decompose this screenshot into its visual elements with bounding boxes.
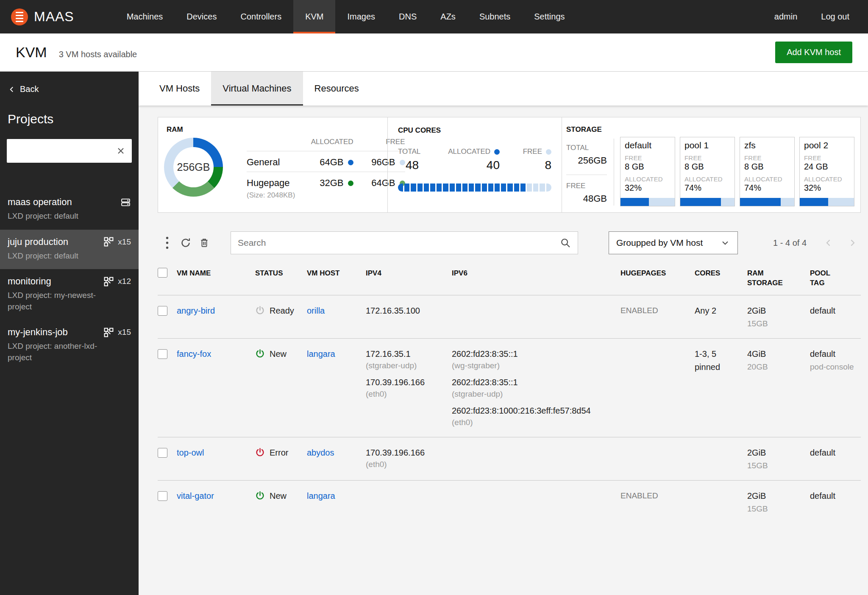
vm-search-input[interactable] [238,238,560,248]
tabs: VM HostsVirtual MachinesResources [139,72,868,106]
project-name: maas operation [8,197,116,208]
nav-item-subnets[interactable]: Subnets [467,0,522,33]
table-row-top-owl: top-owlErrorabydos170.39.196.166(eth0)2G… [158,437,861,481]
delete-button[interactable] [195,234,214,252]
ipv6-cell [452,491,620,514]
ram-legend-row: General64GB96GB [247,151,405,172]
ipv4-entry: 172.16.35.1(stgraber-udp) [366,349,452,370]
maas-logo[interactable]: MAAS [0,0,115,33]
pool-tag-cell: defaultpod-console [810,349,862,427]
status-label: New [270,491,287,501]
ram-legend-row: Hugepage32GB64GB(Size: 2048KB) [247,172,405,203]
add-kvm-host-button[interactable]: Add KVM host [775,42,852,63]
ipv4-list: 172.16.35.1(stgraber-udp)170.39.196.166(… [366,349,452,399]
pagination-count: 1 - 4 of 4 [773,238,807,248]
nav-item-kvm[interactable]: KVM [293,0,335,33]
tab-resources[interactable]: Resources [303,72,370,106]
cpu-core-segment [430,184,435,192]
column-header-cores: CORES [695,269,747,288]
nav-item-log-out[interactable]: Log out [809,0,861,33]
vm-name-link[interactable]: angry-bird [177,306,215,315]
refresh-button[interactable] [176,234,195,252]
cpu-core-segment [533,184,538,192]
actions-menu-button[interactable] [158,234,176,252]
project-name: my-jenkins-job [8,327,99,338]
row-checkbox[interactable] [158,306,167,316]
storage-value: 15GB [747,461,810,470]
tab-vm-hosts[interactable]: VM Hosts [148,72,211,106]
search-icon[interactable] [560,237,571,248]
pool-name: pool 2 [804,140,850,150]
nav-item-admin[interactable]: admin [762,0,809,33]
row-checkbox[interactable] [158,448,167,458]
main-nav: MachinesDevicesControllersKVMImagesDNSAZ… [115,0,577,33]
clear-search-icon[interactable] [116,146,126,156]
sidebar-project-maas-operation[interactable]: maas operationLXD project: default [0,190,139,230]
vm-host-cell: abydos [307,448,366,470]
sidebar-project-juju-production[interactable]: juju productionx15LXD project: default [0,230,139,270]
ram-total-value: 256GB [164,138,223,197]
select-all-checkbox[interactable] [158,268,167,278]
cores-cell [695,491,747,514]
interface-name: (wg-stgraber) [452,361,620,370]
top-nav: MAAS MachinesDevicesControllersKVMImages… [0,0,868,33]
storage-card: STORAGE TOTAL 256GB FREE 48GB defaultFRE… [562,117,860,212]
pool-usage-bar [620,198,675,206]
nav-item-dns[interactable]: DNS [387,0,428,33]
vm-host-link[interactable]: abydos [307,448,334,457]
cpu-core-segment [443,184,448,192]
pool-tag-cell: default [810,491,862,514]
cores-value: 1-3, 5 [695,349,747,359]
vm-name-link[interactable]: fancy-fox [177,349,211,359]
row-checkbox[interactable] [158,349,167,359]
tab-virtual-machines[interactable]: Virtual Machines [211,72,303,106]
vm-host-link[interactable]: orilla [307,306,325,315]
nav-item-machines[interactable]: Machines [115,0,175,33]
power-icon [255,349,265,359]
ipv6-entry: 2602:fd23:8:1000:216:3eff:fe57:8d54(eth0… [452,406,620,427]
nav-item-devices[interactable]: Devices [175,0,228,33]
cpu-core-segment [475,184,480,192]
sidebar-project-monitoring[interactable]: monitoringx12LXD project: my-newest-proj… [0,269,139,320]
ipv4-entry: 170.39.196.166(eth0) [366,448,452,469]
pool-allocated-value: 32% [804,183,850,193]
row-checkbox[interactable] [158,491,167,501]
nav-item-controllers[interactable]: Controllers [228,0,293,33]
group-by-value: Groupped by VM host [616,238,703,248]
vm-host-cell: langara [307,491,366,514]
project-search [7,139,132,163]
cpu-cores-bar [398,184,551,192]
back-link[interactable]: Back [0,84,139,94]
checkbox-cell [158,448,177,470]
cpu-core-segment [501,184,506,192]
vm-name-link[interactable]: vital-gator [177,491,214,500]
column-header-ipv6: IPV6 [452,269,620,288]
cpu-card: CPU CORES TOTAL ALLOCATED FREE 48 40 8 [387,117,562,212]
main-content: VM HostsVirtual MachinesResources RAM 25… [139,72,868,595]
pool-allocated-label: ALLOCATED [744,175,790,183]
ram-legend: ALLOCATED FREE General64GB96GBHugepage32… [247,138,405,203]
pool-tag-cell: default [810,306,862,328]
project-search-input[interactable] [13,146,116,156]
vm-host-link[interactable]: langara [307,491,335,500]
pagination-next-button[interactable] [844,238,861,248]
pool-free-value: 24 GB [804,162,850,172]
pool-allocated-value: 74% [684,183,730,193]
pool-free-label: FREE [625,154,670,161]
nav-item-azs[interactable]: AZs [428,0,467,33]
cpu-core-segment [411,184,416,192]
vm-name-link[interactable]: top-owl [177,448,204,457]
group-by-select[interactable]: Groupped by VM host [609,231,738,254]
storage-value: 20GB [747,362,810,372]
pool-usage-bar [800,198,854,206]
nav-item-settings[interactable]: Settings [522,0,576,33]
cpu-core-segment [450,184,455,192]
ram-storage-cell: 2GiB15GB [747,491,810,514]
sidebar-project-my-jenkins-job[interactable]: my-jenkins-jobx15LXD project: another-lx… [0,320,139,371]
cpu-core-segment [462,184,467,192]
storage-free-label: FREE [566,182,607,190]
pagination-prev-button[interactable] [820,238,837,248]
vm-host-link[interactable]: langara [307,349,335,359]
nav-item-images[interactable]: Images [335,0,387,33]
project-lxd-label: LXD project: default [8,211,114,222]
